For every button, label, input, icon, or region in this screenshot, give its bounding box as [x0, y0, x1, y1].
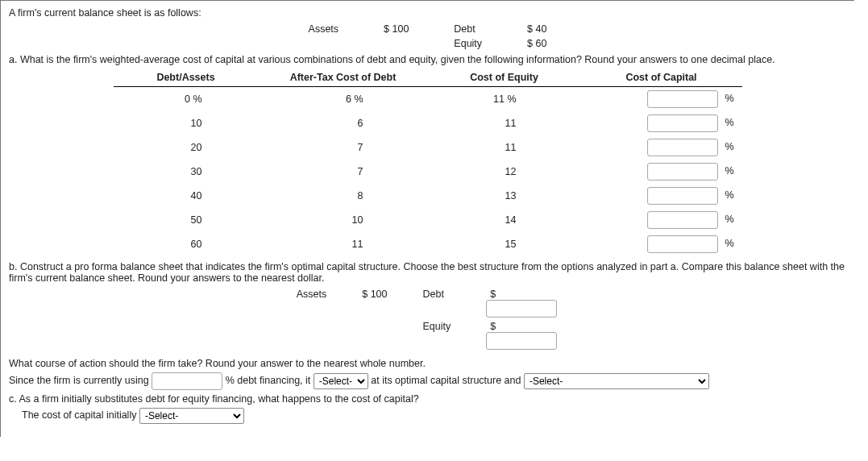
assets-label: Assets	[279, 287, 345, 319]
part-a-question: a. What is the firm's weighted-average c…	[9, 54, 846, 65]
assets-value: $ 100	[361, 22, 431, 36]
cost-capital-input-4[interactable]	[647, 187, 718, 205]
cell-cost-equity: 11	[428, 111, 581, 135]
debt-label: Debt	[431, 22, 505, 36]
cell-debt-assets: 0 %	[114, 87, 259, 112]
cell-cost-debt: 11	[259, 232, 428, 256]
cell-cost-debt: 7	[259, 160, 428, 184]
cost-capital-input-1[interactable]	[647, 114, 718, 132]
part-b-question: b. Construct a pro forma balance sheet t…	[9, 261, 846, 284]
part-c-sentence: The cost of capital initially -Select-	[22, 408, 846, 424]
sentence-pre: The cost of capital initially	[22, 409, 136, 421]
proforma-balance-sheet: Assets $ 100 Debt $ Equity $	[279, 287, 577, 351]
table-row: 10 6 11 %	[114, 111, 742, 135]
equity-value: $ 60	[505, 36, 569, 51]
cell-cost-equity: 13	[428, 184, 581, 208]
header-cost-equity: Cost of Equity	[428, 69, 581, 87]
cell-debt-assets: 40	[114, 184, 259, 208]
equity-label: Equity	[431, 36, 505, 51]
cell-cost-equity: 15	[428, 232, 581, 256]
wacc-table: Debt/Assets After-Tax Cost of Debt Cost …	[114, 69, 742, 256]
cost-capital-input-3[interactable]	[647, 163, 718, 181]
equity-label: Equity	[405, 319, 469, 351]
cell-cost-equity: 11	[428, 135, 581, 160]
sentence-pre: Since the firm is currently using	[9, 375, 149, 386]
cell-cost-debt: 6	[259, 111, 428, 135]
sentence-post: at its optimal capital structure and	[371, 375, 521, 386]
cell-cost-debt: 8	[259, 184, 428, 208]
cost-capital-input-5[interactable]	[647, 211, 718, 229]
header-cost-capital: Cost of Capital	[581, 69, 742, 87]
cost-capital-input-6[interactable]	[647, 235, 718, 253]
sentence-mid: % debt financing, it	[226, 375, 311, 386]
debt-percent-input[interactable]	[152, 372, 222, 390]
equity-input[interactable]	[486, 332, 557, 350]
debt-input[interactable]	[486, 300, 557, 318]
select-cost-capital[interactable]: -Select-	[139, 408, 244, 424]
cell-debt-assets: 20	[114, 135, 259, 160]
cell-debt-assets: 50	[114, 208, 259, 232]
assets-value: $ 100	[344, 287, 405, 319]
debt-value: $ 40	[505, 22, 569, 36]
percent-label: %	[725, 189, 733, 201]
percent-label: %	[725, 214, 733, 225]
current-balance-sheet: Assets $ 100 Debt $ 40 Equity $ 60	[286, 22, 570, 51]
percent-label: %	[725, 117, 733, 128]
select-action-2[interactable]: -Select-	[524, 373, 709, 389]
cell-cost-debt: 10	[259, 208, 428, 232]
header-debt-assets: Debt/Assets	[114, 69, 259, 87]
table-row: 30 7 12 %	[114, 160, 742, 184]
percent-label: %	[725, 165, 733, 177]
table-row: 40 8 13 %	[114, 184, 742, 208]
cell-cost-debt: 7	[259, 135, 428, 160]
cell-cost-equity: 12	[428, 160, 581, 184]
cost-capital-input-0[interactable]	[647, 90, 718, 108]
part-b-sentence: Since the firm is currently using % debt…	[9, 372, 846, 390]
header-after-tax-cost-debt: After-Tax Cost of Debt	[259, 69, 428, 87]
dollar-sign: $	[486, 321, 496, 332]
percent-label: %	[725, 141, 733, 152]
select-action-1[interactable]: -Select-	[314, 373, 368, 389]
cell-debt-assets: 10	[114, 111, 259, 135]
table-row: 60 11 15 %	[114, 232, 742, 256]
debt-label: Debt	[405, 287, 469, 319]
part-c-question: c. As a firm initially substitutes debt …	[9, 393, 846, 405]
assets-label: Assets	[286, 22, 362, 36]
percent-label: %	[725, 93, 733, 104]
table-row: 0 % 6 % 11 % %	[114, 87, 742, 112]
cost-capital-input-2[interactable]	[647, 139, 718, 156]
percent-label: %	[725, 238, 733, 249]
cell-cost-equity: 11 %	[428, 87, 581, 112]
table-row: 20 7 11 %	[114, 135, 742, 160]
table-row: 50 10 14 %	[114, 208, 742, 232]
dollar-sign: $	[486, 289, 496, 300]
part-b-followup: What course of action should the firm ta…	[9, 358, 846, 369]
cell-cost-equity: 14	[428, 208, 581, 232]
problem-container: A firm's current balance sheet is as fol…	[0, 0, 854, 437]
cell-debt-assets: 30	[114, 160, 259, 184]
intro-text: A firm's current balance sheet is as fol…	[9, 7, 846, 19]
cell-debt-assets: 60	[114, 232, 259, 256]
cell-cost-debt: 6 %	[259, 87, 428, 112]
